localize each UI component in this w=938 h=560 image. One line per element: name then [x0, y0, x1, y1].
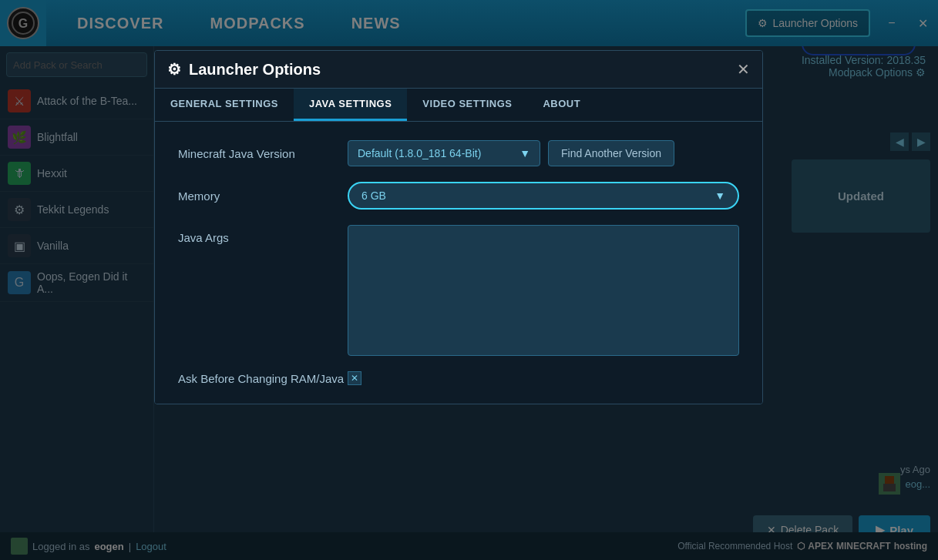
memory-row: Memory 6 GB ▼ — [178, 182, 739, 210]
modal-header: ⚙ Launcher Options ✕ — [155, 51, 762, 89]
java-args-row: Java Args — [178, 225, 739, 356]
memory-select-wrapper: 6 GB ▼ — [348, 182, 739, 210]
modal-body: Minecraft Java Version Default (1.8.0_18… — [155, 122, 762, 404]
java-version-chevron: ▼ — [519, 147, 530, 159]
tab-java[interactable]: JAVA SETTINGS — [294, 89, 407, 121]
ask-before-checkbox[interactable]: ✕ — [348, 371, 361, 385]
java-args-input[interactable] — [348, 225, 739, 356]
memory-label: Memory — [178, 189, 348, 203]
java-version-row: Minecraft Java Version Default (1.8.0_18… — [178, 140, 739, 166]
tab-video[interactable]: VIDEO SETTINGS — [407, 89, 527, 121]
ask-before-row: Ask Before Changing RAM/Java ✕ — [178, 371, 739, 385]
modal-title: ⚙ Launcher Options — [167, 60, 321, 79]
java-version-dropdown[interactable]: Default (1.8.0_181 64-Bit) ▼ — [348, 140, 540, 166]
modal-tabs: GENERAL SETTINGS JAVA SETTINGS VIDEO SET… — [155, 89, 762, 122]
tab-general[interactable]: GENERAL SETTINGS — [155, 89, 294, 121]
tab-about[interactable]: ABOUT — [527, 89, 596, 121]
modal-gear-icon: ⚙ — [167, 60, 181, 79]
memory-dropdown[interactable]: 6 GB ▼ — [348, 182, 739, 210]
memory-chevron: ▼ — [714, 189, 725, 202]
ask-before-label: Ask Before Changing RAM/Java — [178, 372, 348, 385]
launcher-options-modal: ⚙ Launcher Options ✕ GENERAL SETTINGS JA… — [154, 50, 763, 404]
java-version-value: Default (1.8.0_181 64-Bit) — [358, 147, 481, 159]
java-args-label: Java Args — [178, 225, 348, 244]
modal-close-button[interactable]: ✕ — [737, 62, 750, 77]
find-another-version-button[interactable]: Find Another Version — [548, 140, 674, 166]
modal-title-text: Launcher Options — [189, 61, 321, 79]
modal-overlay: ⚙ Launcher Options ✕ GENERAL SETTINGS JA… — [0, 0, 938, 560]
java-version-controls: Default (1.8.0_181 64-Bit) ▼ Find Anothe… — [348, 140, 739, 166]
memory-value: 6 GB — [361, 189, 386, 202]
java-version-label: Minecraft Java Version — [178, 147, 348, 160]
